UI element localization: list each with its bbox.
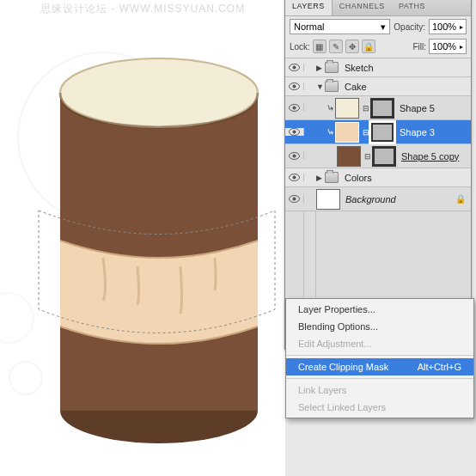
opacity-label: Opacity: [394, 22, 425, 32]
layer-thumbnail[interactable] [335, 98, 359, 119]
chevron-down-icon: ▾ [381, 21, 386, 33]
folder-icon [325, 62, 339, 73]
visibility-toggle[interactable] [285, 104, 304, 112]
layer-shape5copy[interactable]: ⊟ Shape 5 copy [285, 144, 471, 168]
layer-name: Shape 3 [400, 127, 435, 137]
panel-tabs: LAYERS CHANNELS PATHS [285, 0, 471, 16]
lock-icon: 🔒 [455, 194, 466, 204]
blend-mode-value: Normal [294, 21, 324, 32]
layer-name: Background [345, 194, 396, 204]
svg-point-4 [293, 66, 296, 70]
visibility-toggle[interactable] [285, 82, 304, 90]
menu-link-layers: Link Layers [286, 381, 473, 399]
visibility-toggle[interactable] [285, 174, 304, 181]
layer-shape5[interactable]: ↳ ⊟ Shape 5 [285, 96, 471, 120]
visibility-toggle[interactable] [285, 64, 304, 71]
visibility-toggle[interactable] [285, 152, 304, 160]
lock-label: Lock: [290, 42, 310, 52]
menu-create-clipping-mask[interactable]: Create Clipping Mask Alt+Ctrl+G [286, 358, 473, 375]
mask-link-icon[interactable]: ⊟ [364, 152, 371, 161]
svg-point-8 [293, 107, 296, 110]
layer-name: Shape 5 copy [401, 151, 459, 162]
document-canvas[interactable]: 思缘设计论坛 - WWW.MISSYUAN.COM [0, 0, 285, 476]
lock-pixels-button[interactable]: ✎ [329, 40, 343, 53]
tab-layers[interactable]: LAYERS [285, 0, 333, 15]
lock-position-button[interactable]: ✥ [345, 40, 359, 53]
fill-label: Fill: [412, 42, 426, 52]
chevron-icon: ▸ [460, 23, 463, 31]
lock-transparency-button[interactable]: ▦ [313, 40, 326, 53]
menu-select-linked-layers: Select Linked Layers [286, 399, 473, 416]
group-cake[interactable]: ▼ Cake [285, 77, 471, 96]
menu-separator [286, 355, 473, 356]
layer-background[interactable]: Background 🔒 [285, 187, 471, 211]
group-label: Sketch [345, 63, 374, 73]
layer-shape3[interactable]: ↳ ⊟ Shape 3 [285, 120, 471, 144]
menu-edit-adjustment: Edit Adjustment... [286, 335, 473, 352]
cake-illustration [0, 0, 285, 476]
lock-all-button[interactable]: 🔒 [362, 40, 375, 53]
layer-context-menu: Layer Properties... Blending Options... … [285, 298, 474, 418]
layer-thumbnail[interactable] [316, 189, 340, 210]
group-label: Colors [345, 173, 372, 183]
menu-shortcut: Alt+Ctrl+G [418, 362, 461, 372]
disclosure-triangle-icon[interactable]: ▶ [316, 64, 325, 72]
vector-mask-thumbnail[interactable] [372, 146, 396, 167]
chevron-icon: ▸ [460, 43, 463, 51]
opacity-input[interactable]: 100%▸ [429, 19, 467, 34]
menu-blending-options[interactable]: Blending Options... [286, 318, 473, 335]
layer-thumbnail[interactable] [337, 146, 361, 167]
vector-mask-thumbnail[interactable] [370, 98, 394, 119]
fill-input[interactable]: 100%▸ [429, 39, 467, 54]
group-label: Cake [345, 82, 367, 92]
group-colors[interactable]: ▶ Colors [285, 168, 471, 187]
svg-point-12 [293, 155, 296, 158]
visibility-toggle[interactable] [285, 195, 304, 203]
layer-thumbnail[interactable] [335, 122, 359, 143]
mask-link-icon[interactable]: ⊟ [363, 104, 369, 113]
folder-icon [325, 172, 339, 183]
svg-point-10 [293, 131, 296, 134]
svg-point-2 [60, 58, 258, 127]
layers-panel: LAYERS CHANNELS PATHS Normal ▾ Opacity: … [284, 0, 472, 350]
vector-mask-thumbnail[interactable] [370, 122, 394, 143]
tab-paths[interactable]: PATHS [392, 0, 432, 15]
mask-link-icon[interactable]: ⊟ [363, 128, 369, 137]
svg-point-16 [293, 198, 296, 201]
svg-point-6 [293, 85, 296, 88]
layer-name: Shape 5 [400, 103, 435, 113]
folder-icon [325, 81, 339, 92]
svg-point-14 [293, 176, 296, 180]
menu-separator [286, 378, 473, 379]
menu-layer-properties[interactable]: Layer Properties... [286, 301, 473, 318]
visibility-toggle[interactable] [285, 128, 304, 136]
disclosure-triangle-icon[interactable]: ▼ [316, 82, 325, 91]
disclosure-triangle-icon[interactable]: ▶ [316, 174, 325, 182]
blend-mode-dropdown[interactable]: Normal ▾ [290, 19, 390, 34]
tab-channels[interactable]: CHANNELS [333, 0, 392, 15]
group-sketch[interactable]: ▶ Sketch [285, 58, 471, 77]
